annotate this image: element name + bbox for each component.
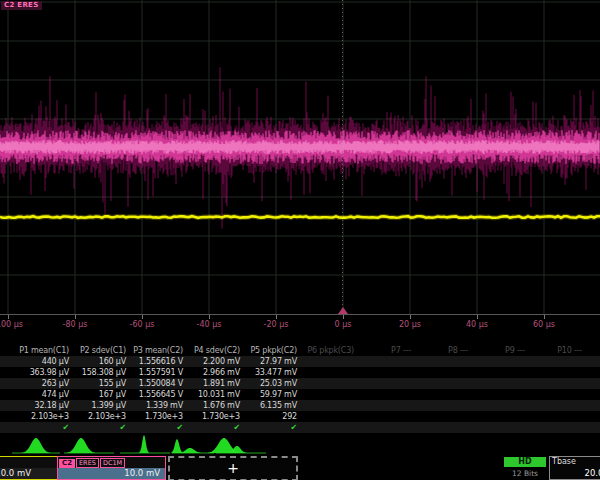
- measurement-header[interactable]: P7 ---: [354, 345, 411, 356]
- measurement-value: 6.135 mV: [240, 400, 297, 411]
- table-row: 440 µV160 µV1.556616 V2.200 mV27.97 mV: [0, 356, 600, 367]
- histicon-peak: [67, 438, 95, 453]
- measurement-header[interactable]: P9 ---: [468, 345, 525, 356]
- measurement-value: [354, 389, 411, 400]
- time-tick: [75, 315, 76, 319]
- time-tick: [410, 315, 411, 319]
- time-tick-label: -80 µs: [63, 320, 88, 329]
- measurement-value: 1.730e+3: [126, 411, 183, 422]
- trigger-position-line: [342, 0, 343, 315]
- measurement-header[interactable]: P1 mean(C1): [12, 345, 69, 356]
- status-check-icon: [525, 422, 582, 433]
- channel-c1-descriptor[interactable]: C1 DC1M 10.0 mV: [0, 456, 58, 480]
- measurement-header[interactable]: P3 mean(C2): [126, 345, 183, 356]
- measurement-header[interactable]: P2 sdev(C1): [69, 345, 126, 356]
- time-tick-label: 0 µs: [335, 320, 352, 329]
- time-tick-label: -40 µs: [197, 320, 222, 329]
- time-tick-label: 40 µs: [466, 320, 488, 329]
- c1-vertical-scale: 10.0 mV: [0, 468, 57, 479]
- c2-eres-tag: ERES: [76, 458, 99, 468]
- measurement-value: [297, 367, 354, 378]
- time-tick-label: -100 µs: [0, 320, 23, 329]
- measurement-value: 158.308 µV: [69, 367, 126, 378]
- measurement-value: [525, 356, 582, 367]
- measurement-value: [297, 411, 354, 422]
- measurement-value: [411, 400, 468, 411]
- measurement-value: 33.477 mV: [240, 367, 297, 378]
- measurement-header[interactable]: P5 pkpk(C2): [240, 345, 297, 356]
- measurement-value: 167 µV: [69, 389, 126, 400]
- measurement-header[interactable]: P6 pkpk(C3): [297, 345, 354, 356]
- measurement-value: [411, 378, 468, 389]
- measurement-value: [354, 400, 411, 411]
- measurement-value: [354, 411, 411, 422]
- measurement-value: [411, 367, 468, 378]
- measurement-value: [297, 389, 354, 400]
- histicon-peak: [171, 439, 183, 453]
- trace-annotation: C2 ERES: [1, 1, 42, 10]
- measurement-header[interactable]: P4 sdev(C2): [183, 345, 240, 356]
- table-row: 363.98 µV158.308 µV1.557591 V2.966 mV33.…: [0, 367, 600, 378]
- time-tick-label: 20 µs: [399, 320, 421, 329]
- measurement-header[interactable]: P8 ---: [411, 345, 468, 356]
- table-row: 32.18 µV1.399 µV1.339 mV1.676 mV6.135 mV: [0, 400, 600, 411]
- measurement-value: 474 µV: [12, 389, 69, 400]
- measurement-value: [468, 411, 525, 422]
- table-row: 474 µV167 µV1.556645 V10.031 mV59.97 mV: [0, 389, 600, 400]
- waveform-canvas[interactable]: [0, 0, 600, 315]
- hd-mode-badge[interactable]: HD: [504, 457, 546, 467]
- hd-bits-label: 12 Bits: [504, 469, 546, 478]
- measurement-value: 10.031 mV: [183, 389, 240, 400]
- measurement-value: 1.891 mV: [183, 378, 240, 389]
- measurement-value: 363.98 µV: [12, 367, 69, 378]
- measurement-value: 25.03 mV: [240, 378, 297, 389]
- c1-trace: [0, 216, 600, 218]
- measurement-histicons: [0, 433, 600, 457]
- timebase-value: 20.0 µs: [585, 468, 600, 479]
- measurement-value: 1.557591 V: [126, 367, 183, 378]
- time-axis-line: [0, 314, 600, 315]
- measurement-value: 59.97 mV: [240, 389, 297, 400]
- oscilloscope-screen: C2 ERES -100 µs-80 µs-60 µs-40 µs-20 µs0…: [0, 0, 600, 480]
- time-tick-label: 60 µs: [533, 320, 555, 329]
- measurement-value: 1.730e+3: [183, 411, 240, 422]
- add-trace-button[interactable]: +: [168, 456, 298, 480]
- measurement-value: [525, 389, 582, 400]
- c2-vertical-scale: 10.0 mV: [58, 468, 165, 479]
- c2-coupling-tag: DC1M: [100, 458, 125, 468]
- time-tick: [8, 315, 9, 319]
- trigger-time-marker-icon[interactable]: [338, 307, 348, 314]
- timebase-label: Tbase: [552, 457, 576, 467]
- time-tick: [209, 315, 210, 319]
- status-check-icon: ✔: [126, 422, 183, 433]
- status-check-icon: ✔: [69, 422, 126, 433]
- table-header-row: P1 mean(C1)P2 sdev(C1)P3 mean(C2)P4 sdev…: [0, 345, 600, 356]
- channel-c2-descriptor[interactable]: C2 ERES DC1M 10.0 mV: [57, 456, 166, 480]
- measurement-value: [525, 411, 582, 422]
- measurement-value: 32.18 µV: [12, 400, 69, 411]
- measurement-value: [354, 356, 411, 367]
- measurement-value: [525, 400, 582, 411]
- measurement-value: [411, 411, 468, 422]
- measurement-value: [297, 356, 354, 367]
- status-check-icon: ✔: [12, 422, 69, 433]
- descriptor-bar: C1 DC1M 10.0 mV C2 ERES DC1M 10.0 mV + H…: [0, 456, 600, 480]
- measurement-value: [354, 367, 411, 378]
- status-check-icon: [468, 422, 525, 433]
- c2-label: C2: [59, 459, 75, 468]
- status-check-icon: [411, 422, 468, 433]
- status-check-icon: [354, 422, 411, 433]
- time-tick: [343, 315, 344, 319]
- measurement-value: 155 µV: [69, 378, 126, 389]
- measurement-value: 1.339 mV: [126, 400, 183, 411]
- measurement-value: [411, 356, 468, 367]
- table-row: ✔✔✔✔✔: [0, 422, 600, 433]
- time-tick-label: -60 µs: [130, 320, 155, 329]
- measurement-value: 1.556616 V: [126, 356, 183, 367]
- timebase-descriptor[interactable]: Tbase 20.0 µs: [549, 456, 600, 480]
- measurement-header[interactable]: P10 ---: [525, 345, 582, 356]
- measurement-value: [468, 367, 525, 378]
- time-tick: [477, 315, 478, 319]
- table-row: 263 µV155 µV1.550084 V1.891 mV25.03 mV: [0, 378, 600, 389]
- time-tick: [142, 315, 143, 319]
